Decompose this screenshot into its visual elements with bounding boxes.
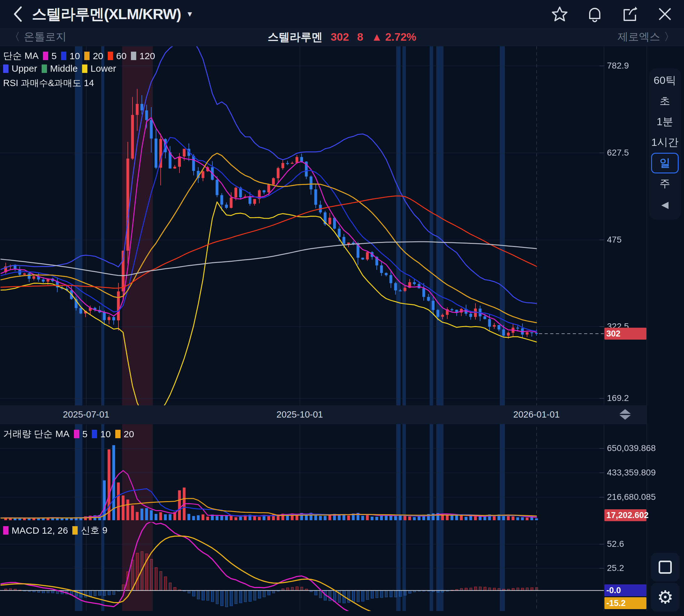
- date-axis-label: 2025-07-01: [63, 410, 109, 420]
- next-coin-label: 제로엑스: [618, 30, 660, 44]
- close-icon[interactable]: [657, 6, 674, 23]
- legend-item: 20: [115, 429, 134, 439]
- axis-tick-label: 433,359.809: [607, 468, 656, 478]
- favorite-star-icon[interactable]: [551, 6, 568, 23]
- timeframe-1분[interactable]: 1분: [651, 111, 679, 132]
- legend-item: 10: [92, 429, 110, 439]
- legend-item: 10: [61, 51, 80, 61]
- legend-item: 20: [84, 51, 103, 61]
- date-axis-label: 2025-10-01: [277, 410, 323, 420]
- chevron-left-icon: 〈: [9, 30, 20, 44]
- axis-tick-label: 25.2: [607, 563, 624, 573]
- notification-bell-icon[interactable]: [586, 6, 603, 23]
- fullscreen-button[interactable]: [651, 553, 680, 581]
- prev-coin-label: 온톨로지: [24, 30, 66, 44]
- macd-signal-tag: -15.2: [604, 597, 646, 609]
- legend-item: Middle: [42, 63, 78, 74]
- timeframe-초[interactable]: 초: [651, 91, 679, 111]
- legend-swatch: [84, 52, 90, 60]
- volume-ma-legend: 거래량 단순 MA 51020: [3, 427, 134, 440]
- coin-price: 302: [331, 31, 349, 43]
- square-icon: [659, 560, 672, 574]
- last-price-tag: 302: [604, 328, 646, 339]
- coin-name: 스텔라루멘: [268, 30, 323, 44]
- app-header: 스텔라루멘(XLM/KRW) ▼: [0, 0, 684, 28]
- legend-swatch: [92, 430, 97, 438]
- legend-swatch: [82, 65, 87, 73]
- settings-button[interactable]: ⚙: [651, 583, 680, 612]
- rsi-legend: RSI 과매수&과매도 14: [3, 77, 94, 89]
- legend-swatch: [43, 52, 48, 60]
- timeframe-1시간[interactable]: 1시간: [651, 132, 679, 153]
- axis-tick-label: 216,680.085: [607, 492, 656, 502]
- prev-coin-link[interactable]: 〈 온톨로지: [9, 30, 66, 44]
- volume-ma-legend-title: 거래량 단순 MA: [3, 427, 69, 440]
- coin-change: 8: [357, 31, 363, 43]
- legend-item: 5: [43, 51, 57, 61]
- coin-change-pct: ▲ 2.72%: [371, 31, 416, 43]
- legend-swatch: [3, 65, 8, 73]
- date-axis-label: 2026-01-01: [513, 410, 560, 420]
- timeframe-panel: 60틱초1분1시간일주◀: [649, 68, 681, 220]
- legend-item: 60: [108, 51, 127, 61]
- timeframe-60틱[interactable]: 60틱: [651, 70, 679, 91]
- panel-collapse-icon[interactable]: ◀: [651, 194, 679, 215]
- pane-resize-handle-icon[interactable]: [619, 409, 632, 421]
- macd-value-tag: -0.0: [604, 585, 646, 596]
- price-ma-legend: 단순 MA 5102060120: [3, 49, 155, 62]
- page-title: 스텔라루멘(XLM/KRW): [32, 4, 181, 24]
- price-ma-legend-title: 단순 MA: [3, 49, 39, 62]
- axis-tick-label: 650,039.868: [607, 443, 656, 453]
- legend-item: 5: [74, 429, 88, 439]
- axis-tick-label: 782.9: [607, 61, 629, 71]
- legend-swatch: [3, 526, 8, 535]
- legend-item: Lower: [82, 63, 116, 74]
- trading-app: 스텔라루멘(XLM/KRW) ▼ 〈 온톨로지 스텔라루멘 302 8: [0, 0, 684, 616]
- next-coin-link[interactable]: 제로엑스 〉: [618, 30, 675, 44]
- legend-swatch: [74, 430, 79, 438]
- legend-swatch: [115, 430, 121, 438]
- macd-legend: MACD 12, 26신호 9: [3, 524, 107, 537]
- axis-tick-label: 52.6: [607, 539, 624, 549]
- last-volume-tag: 17,202.602: [604, 509, 646, 521]
- axis-tick-label: 627.5: [607, 148, 629, 158]
- legend-item: 신호 9: [72, 524, 107, 537]
- coin-switch-bar: 〈 온톨로지 스텔라루멘 302 8 ▲ 2.72% 제로엑스 〉: [0, 28, 684, 46]
- bollinger-legend: UpperMiddleLower: [3, 63, 116, 74]
- back-button[interactable]: [9, 5, 26, 23]
- legend-item: Upper: [3, 63, 37, 74]
- chevron-right-icon: 〉: [664, 30, 675, 44]
- gear-icon: ⚙: [657, 588, 674, 606]
- legend-swatch: [61, 52, 66, 60]
- timeframe-주[interactable]: 주: [651, 173, 679, 194]
- timeframe-일[interactable]: 일: [651, 153, 679, 173]
- title-dropdown-caret[interactable]: ▼: [186, 10, 194, 19]
- legend-item: 120: [131, 51, 155, 61]
- legend-swatch: [72, 526, 78, 535]
- axis-tick-label: 475: [607, 235, 622, 245]
- legend-swatch: [108, 52, 113, 60]
- legend-swatch: [42, 65, 47, 73]
- legend-item: MACD 12, 26: [3, 525, 68, 536]
- share-icon[interactable]: [621, 6, 638, 23]
- axis-tick-label: 169.2: [607, 393, 629, 403]
- current-coin-summary: 스텔라루멘 302 8 ▲ 2.72%: [268, 30, 416, 44]
- legend-swatch: [131, 52, 136, 60]
